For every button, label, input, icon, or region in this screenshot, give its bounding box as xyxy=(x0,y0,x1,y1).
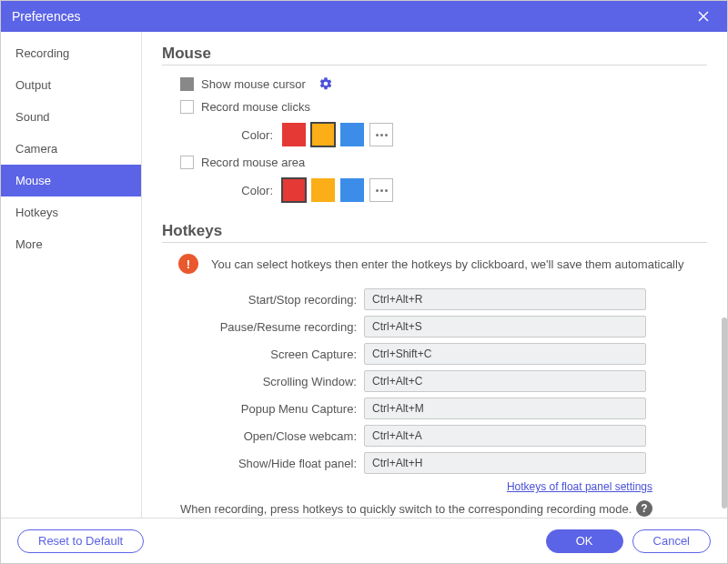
hk-input-screen-capture[interactable] xyxy=(364,343,646,365)
ok-button[interactable]: OK xyxy=(546,529,623,553)
checkbox-show-cursor[interactable] xyxy=(180,77,194,91)
record-area-label: Record mouse area xyxy=(201,156,305,169)
sidebar-item-label: Mouse xyxy=(15,174,51,187)
swatch-clicks-red[interactable] xyxy=(282,123,306,146)
hk-label-float-panel: Show/Hide float panel: xyxy=(162,457,364,470)
footer: Reset to Default OK Cancel xyxy=(1,518,727,563)
swatch-clicks-more[interactable] xyxy=(369,123,393,146)
sidebar-item-mouse[interactable]: Mouse xyxy=(1,165,141,196)
hk-label-screen-capture: Screen Capture: xyxy=(162,347,364,361)
swatch-area-orange[interactable] xyxy=(311,178,335,202)
hk-input-scrolling-window[interactable] xyxy=(364,370,646,392)
sidebar: Recording Output Sound Camera Mouse Hotk… xyxy=(1,32,142,518)
window-title: Preferences xyxy=(12,9,691,24)
sidebar-item-camera[interactable]: Camera xyxy=(1,133,141,165)
close-icon xyxy=(697,10,710,23)
reset-button-label: Reset to Default xyxy=(38,534,123,548)
swatch-area-more[interactable] xyxy=(369,178,393,202)
swatch-area-blue[interactable] xyxy=(340,178,364,202)
hk-input-pause-resume[interactable] xyxy=(364,316,646,337)
swatch-clicks-blue[interactable] xyxy=(340,123,364,146)
swatch-clicks-orange[interactable] xyxy=(311,123,335,146)
sidebar-item-recording[interactable]: Recording xyxy=(1,37,141,69)
checkbox-record-clicks[interactable] xyxy=(180,100,194,114)
cancel-button[interactable]: Cancel xyxy=(632,529,711,553)
hk-input-webcam[interactable] xyxy=(364,425,646,447)
dots-icon xyxy=(376,134,379,136)
help-icon[interactable]: ? xyxy=(636,500,652,517)
hk-input-popup-menu[interactable] xyxy=(364,398,646,419)
hotkeys-note: When recording, press hotkeys to quickly… xyxy=(180,502,636,516)
sidebar-item-label: Camera xyxy=(15,142,57,156)
reset-button[interactable]: Reset to Default xyxy=(17,529,144,553)
section-heading-mouse: Mouse xyxy=(162,45,707,65)
cancel-button-label: Cancel xyxy=(653,534,690,548)
sidebar-item-hotkeys[interactable]: Hotkeys xyxy=(1,196,141,228)
sidebar-item-output[interactable]: Output xyxy=(1,69,141,101)
sidebar-item-label: Output xyxy=(15,78,51,92)
area-color-label: Color: xyxy=(220,184,273,197)
hk-label-popup-menu: Popup Menu Capture: xyxy=(162,402,364,416)
sidebar-item-label: Recording xyxy=(15,46,69,60)
sidebar-item-label: More xyxy=(15,237,43,251)
hk-input-start-stop[interactable] xyxy=(364,288,646,310)
show-cursor-label: Show mouse cursor xyxy=(201,77,306,91)
section-heading-hotkeys: Hotkeys xyxy=(162,222,707,243)
hotkeys-info-text: You can select hotkeys then enter the ho… xyxy=(211,257,683,271)
hk-label-pause-resume: Pause/Resume recording: xyxy=(162,320,364,334)
record-clicks-label: Record mouse clicks xyxy=(201,100,310,114)
swatch-area-red[interactable] xyxy=(282,178,306,202)
hk-input-float-panel[interactable] xyxy=(364,452,646,474)
info-icon: ! xyxy=(178,254,198,274)
gear-icon[interactable] xyxy=(318,76,333,91)
sidebar-item-sound[interactable]: Sound xyxy=(1,101,141,133)
float-panel-settings-link[interactable]: Hotkeys of float panel settings xyxy=(507,480,652,493)
titlebar: Preferences xyxy=(1,1,727,32)
close-button[interactable] xyxy=(691,4,716,29)
clicks-color-label: Color: xyxy=(220,128,273,142)
sidebar-item-more[interactable]: More xyxy=(1,228,141,260)
dots-icon xyxy=(376,189,379,192)
hk-label-start-stop: Start/Stop recording: xyxy=(162,293,364,307)
hk-label-scrolling-window: Scrolling Window: xyxy=(162,375,364,388)
content-pane: Mouse Show mouse cursor Record mouse cli… xyxy=(142,32,727,518)
scrollbar-thumb[interactable] xyxy=(722,317,727,509)
sidebar-item-label: Sound xyxy=(15,110,50,124)
checkbox-record-area[interactable] xyxy=(180,156,194,169)
sidebar-item-label: Hotkeys xyxy=(15,206,58,219)
ok-button-label: OK xyxy=(576,534,593,548)
hk-label-webcam: Open/Close webcam: xyxy=(162,429,364,443)
